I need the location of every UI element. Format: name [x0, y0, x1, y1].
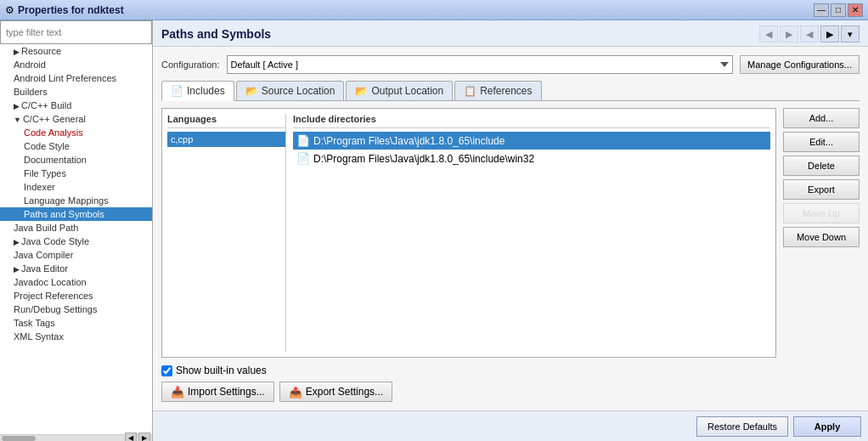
move-down-button[interactable]: Move Down: [783, 227, 860, 247]
window-controls: — □ ✕: [814, 3, 863, 17]
directories-header: Include directories: [293, 114, 770, 128]
nav-dropdown-button[interactable]: ▾: [841, 25, 860, 42]
tab-references[interactable]: 📋 References: [454, 81, 541, 100]
language-item-c-cpp[interactable]: c,cpp: [167, 132, 285, 147]
footer: Restore Defaults Apply: [153, 410, 868, 441]
sidebar-item-javadoc[interactable]: Javadoc Location: [0, 275, 152, 289]
sidebar-scrollbar[interactable]: ◀ ▶: [0, 434, 152, 441]
content-area: Languages c,cpp Include directories 📄 D:…: [161, 108, 776, 358]
show-built-in-row: Show built-in values: [161, 365, 860, 376]
tabs-bar: 📄 Includes 📂 Source Location 📂 Output Lo…: [161, 81, 860, 101]
export-icon: 📤: [289, 386, 302, 399]
action-buttons: Add... Edit... Delete Export Move Up Mov…: [783, 108, 860, 358]
panel-header: Paths and Symbols ◀ ▶ ◀ ▶ ▾: [153, 20, 868, 47]
config-row: Configuration: Default [ Active ] Manage…: [161, 55, 860, 74]
scroll-thumb[interactable]: [2, 436, 36, 441]
panel-title: Paths and Symbols: [161, 27, 271, 41]
sidebar: ▶Resource Android Android Lint Preferenc…: [0, 20, 153, 441]
sidebar-item-language-mappings[interactable]: Language Mappings: [0, 194, 152, 207]
scroll-arrows: ◀ ▶: [125, 433, 150, 442]
languages-pane: Languages c,cpp: [167, 114, 286, 352]
directory-path-0: D:\Program Files\Java\jdk1.8.0_65\includ…: [313, 135, 504, 147]
tab-references-label: References: [480, 85, 532, 97]
tab-output-location[interactable]: 📂 Output Location: [346, 81, 453, 100]
import-settings-button[interactable]: 📥 Import Settings...: [161, 382, 274, 402]
main-container: ▶Resource Android Android Lint Preferenc…: [0, 20, 868, 441]
scroll-right-button[interactable]: ▶: [138, 433, 150, 442]
add-button[interactable]: Add...: [783, 108, 860, 128]
edit-button[interactable]: Edit...: [783, 132, 860, 152]
panel-nav: ◀ ▶ ◀ ▶ ▾: [759, 25, 860, 42]
close-button[interactable]: ✕: [848, 3, 863, 17]
sidebar-item-java-code-style[interactable]: ▶Java Code Style: [0, 235, 152, 248]
sidebar-item-cpp-general[interactable]: ▼C/C++ General: [0, 112, 152, 126]
nav-back-button[interactable]: ◀: [759, 25, 778, 42]
tab-source-location[interactable]: 📂 Source Location: [236, 81, 345, 100]
directory-item-0[interactable]: 📄 D:\Program Files\Java\jdk1.8.0_65\incl…: [293, 132, 770, 150]
export-settings-button[interactable]: 📤 Export Settings...: [279, 382, 392, 402]
dir-icon-1: 📄: [296, 152, 310, 165]
tab-includes[interactable]: 📄 Includes: [161, 81, 234, 101]
sidebar-item-android[interactable]: Android: [0, 58, 152, 71]
panel-body: Configuration: Default [ Active ] Manage…: [153, 47, 868, 410]
import-export-row: 📥 Import Settings... 📤 Export Settings..…: [161, 382, 860, 402]
includes-tab-icon: 📄: [171, 85, 183, 97]
sidebar-item-task-tags[interactable]: Task Tags: [0, 316, 152, 330]
title-bar: ⚙ Properties for ndktest — □ ✕: [0, 0, 868, 20]
window-title: Properties for ndktest: [18, 4, 814, 16]
sidebar-item-android-lint[interactable]: Android Lint Preferences: [0, 71, 152, 85]
sidebar-item-run-debug[interactable]: Run/Debug Settings: [0, 302, 152, 316]
sidebar-item-indexer[interactable]: Indexer: [0, 180, 152, 194]
right-panel: Paths and Symbols ◀ ▶ ◀ ▶ ▾ Configuratio…: [153, 20, 868, 441]
sidebar-item-resource[interactable]: ▶Resource: [0, 44, 152, 58]
directories-pane: Include directories 📄 D:\Program Files\J…: [293, 114, 770, 352]
minimize-button[interactable]: —: [814, 3, 829, 17]
sidebar-item-code-style[interactable]: Code Style: [0, 139, 152, 153]
sidebar-item-code-analysis[interactable]: Code Analysis: [0, 126, 152, 139]
sidebar-item-java-build-path[interactable]: Java Build Path: [0, 221, 152, 235]
sidebar-item-builders[interactable]: Builders: [0, 85, 152, 99]
sidebar-item-file-types[interactable]: File Types: [0, 167, 152, 180]
import-icon: 📥: [171, 386, 184, 399]
content-with-actions: Languages c,cpp Include directories 📄 D:…: [161, 108, 860, 358]
scroll-left-button[interactable]: ◀: [125, 433, 137, 442]
delete-button[interactable]: Delete: [783, 155, 860, 176]
export-button[interactable]: Export: [783, 179, 860, 200]
directory-path-1: D:\Program Files\Java\jdk1.8.0_65\includ…: [313, 153, 534, 165]
source-location-tab-icon: 📂: [245, 85, 258, 97]
nav-forward2-button[interactable]: ▶: [820, 25, 839, 42]
output-location-tab-icon: 📂: [355, 85, 368, 97]
apply-button[interactable]: Apply: [793, 416, 861, 437]
languages-header: Languages: [167, 114, 285, 128]
sidebar-item-project-references[interactable]: Project References: [0, 289, 152, 302]
sidebar-item-xml-syntax[interactable]: XML Syntax: [0, 330, 152, 343]
tab-source-location-label: Source Location: [262, 85, 335, 97]
maximize-button[interactable]: □: [831, 3, 846, 17]
tree-area: ▶Resource Android Android Lint Preferenc…: [0, 44, 152, 434]
bottom-area: Show built-in values 📥 Import Settings..…: [161, 365, 860, 402]
directory-item-1[interactable]: 📄 D:\Program Files\Java\jdk1.8.0_65\incl…: [293, 150, 770, 167]
filter-input[interactable]: [0, 20, 152, 44]
tab-output-location-label: Output Location: [371, 85, 443, 97]
move-up-button[interactable]: Move Up: [783, 203, 860, 223]
manage-configurations-button[interactable]: Manage Configurations...: [740, 55, 860, 74]
sidebar-item-documentation[interactable]: Documentation: [0, 153, 152, 167]
sidebar-item-java-compiler[interactable]: Java Compiler: [0, 248, 152, 262]
config-label: Configuration:: [161, 59, 220, 70]
import-label: Import Settings...: [188, 386, 265, 398]
nav-back2-button[interactable]: ◀: [800, 25, 819, 42]
tab-includes-label: Includes: [187, 85, 225, 97]
config-dropdown[interactable]: Default [ Active ]: [227, 55, 734, 74]
show-built-in-checkbox[interactable]: [161, 365, 172, 376]
sidebar-item-java-editor[interactable]: ▶Java Editor: [0, 262, 152, 275]
nav-forward-button[interactable]: ▶: [780, 25, 798, 42]
show-built-in-label: Show built-in values: [176, 365, 267, 376]
sidebar-item-paths-symbols[interactable]: Paths and Symbols: [0, 207, 152, 221]
dir-icon-0: 📄: [296, 134, 310, 147]
restore-defaults-button[interactable]: Restore Defaults: [696, 416, 788, 437]
title-bar-icon: ⚙: [5, 4, 14, 16]
references-tab-icon: 📋: [464, 85, 476, 97]
sidebar-item-cpp-build[interactable]: ▶C/C++ Build: [0, 99, 152, 112]
export-label: Export Settings...: [306, 386, 383, 398]
